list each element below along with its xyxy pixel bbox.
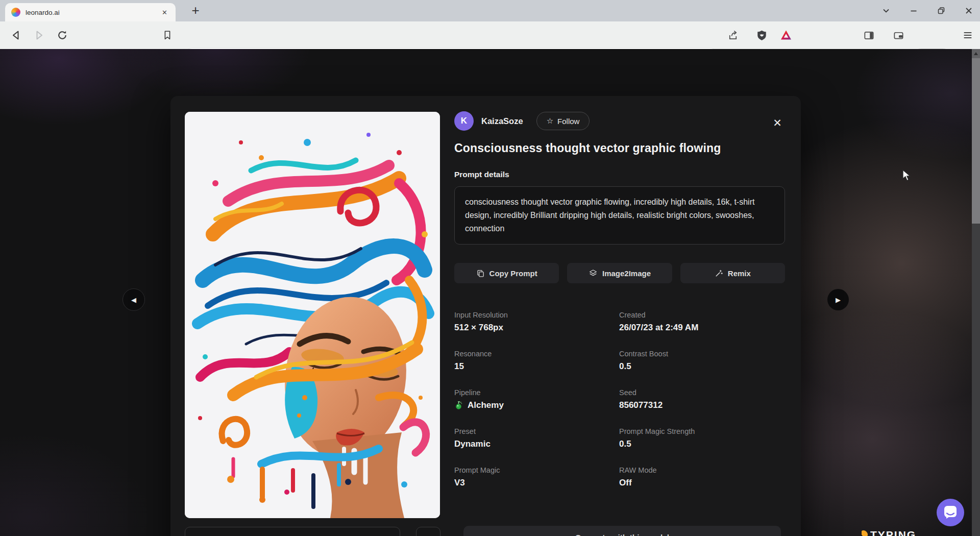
browser-window: leonardo.ai ✕ + app.leonardo.ai <box>0 0 980 536</box>
detail-created: Created 26/07/23 at 2:49 AM <box>619 311 785 333</box>
author-row: K KaizaSoze ☆ Follow <box>454 111 785 131</box>
wand-icon <box>715 269 723 278</box>
brave-rewards-triangle-icon[interactable] <box>780 29 792 41</box>
comment-input[interactable] <box>185 527 400 536</box>
next-arrow-icon: ▶ <box>836 296 841 304</box>
prompt-details-heading: Prompt details <box>454 170 785 179</box>
close-window-button[interactable] <box>965 7 973 15</box>
scrollbar-thumb[interactable] <box>972 58 980 224</box>
next-image-button[interactable]: ▶ <box>827 289 849 310</box>
details-grid: Input Resolution 512 × 768px Created 26/… <box>454 311 785 488</box>
tab-close-icon[interactable]: ✕ <box>160 8 169 17</box>
remix-button[interactable]: Remix <box>680 263 785 283</box>
generate-with-model-button[interactable]: Generate with this model <box>463 526 781 536</box>
detail-seed: Seed 856077312 <box>619 388 785 410</box>
detail-prompt-magic-strength: Prompt Magic Strength 0.5 <box>619 427 785 449</box>
minimize-button[interactable] <box>910 7 918 15</box>
mouse-cursor <box>902 169 914 184</box>
bookmark-icon[interactable] <box>161 29 174 41</box>
tab-search-chevron-icon[interactable] <box>882 7 890 15</box>
back-button[interactable] <box>10 29 22 41</box>
image-detail-modal: ✕ K KaizaSoze ☆ Follow Consciousness tho… <box>170 96 801 536</box>
wallet-icon[interactable] <box>892 29 904 41</box>
detail-preset: Preset Dynamic <box>454 427 619 449</box>
tab-strip: leonardo.ai ✕ + <box>0 0 980 21</box>
detail-prompt-magic: Prompt Magic V3 <box>454 466 619 488</box>
window-controls <box>882 0 973 21</box>
share-icon[interactable] <box>727 29 739 41</box>
sidebar-panel-icon[interactable] <box>863 29 875 41</box>
page-backdrop: ◀ ▶ <box>0 49 980 536</box>
image-title: Consciousness thought vector graphic flo… <box>454 141 785 155</box>
image2image-button[interactable]: Image2Image <box>567 263 672 283</box>
author-name[interactable]: KaizaSoze <box>481 116 523 126</box>
page-scrollbar[interactable] <box>972 49 980 536</box>
scrollbar-up-arrow[interactable] <box>972 49 980 58</box>
author-avatar[interactable]: K <box>454 111 474 131</box>
generated-artwork[interactable] <box>185 112 440 518</box>
menu-hamburger-icon[interactable] <box>962 29 974 41</box>
chat-support-button[interactable] <box>937 499 964 526</box>
brave-shields-lion-icon[interactable] <box>755 29 768 41</box>
flame-icon <box>862 529 869 536</box>
prompt-text: consciousness thought vector graphic flo… <box>454 186 785 245</box>
detail-raw-mode: RAW Mode Off <box>619 466 785 488</box>
browser-toolbar: app.leonardo.ai VPN <box>0 21 980 49</box>
new-tab-button[interactable]: + <box>187 2 204 19</box>
leonardo-favicon-icon <box>11 8 20 17</box>
tab-title: leonardo.ai <box>26 9 155 16</box>
layers-icon <box>589 269 598 278</box>
remix-label: Remix <box>728 269 751 278</box>
image2image-label: Image2Image <box>602 269 651 278</box>
video-watermark: TYPING <box>862 529 916 536</box>
chat-bubble-icon <box>937 499 964 526</box>
detail-input-resolution: Input Resolution 512 × 768px <box>454 311 619 333</box>
follow-label: Follow <box>557 117 579 126</box>
detail-contrast-boost: Contrast Boost 0.5 <box>619 350 785 372</box>
detail-pipeline: Pipeline Alchemy <box>454 388 619 410</box>
pipeline-value: Alchemy <box>468 400 504 410</box>
artwork-illustration <box>185 112 440 518</box>
tab-leonardo[interactable]: leonardo.ai ✕ <box>5 3 176 21</box>
previous-image-button[interactable]: ◀ <box>122 288 145 311</box>
action-buttons: Copy Prompt Image2Image Remix <box>454 263 785 283</box>
alchemy-flask-icon <box>454 401 463 410</box>
copy-icon <box>476 269 485 278</box>
copy-prompt-label: Copy Prompt <box>489 269 537 278</box>
emoji-button[interactable] <box>416 527 440 536</box>
forward-button[interactable] <box>33 29 45 41</box>
prev-arrow-icon: ◀ <box>131 296 136 304</box>
detail-resonance: Resonance 15 <box>454 350 619 372</box>
copy-prompt-button[interactable]: Copy Prompt <box>454 263 559 283</box>
maximize-button[interactable] <box>937 7 945 15</box>
reload-button[interactable] <box>56 29 68 41</box>
star-icon: ☆ <box>547 116 553 126</box>
detail-panel: K KaizaSoze ☆ Follow Consciousness thoug… <box>454 96 785 488</box>
follow-button[interactable]: ☆ Follow <box>536 112 590 130</box>
